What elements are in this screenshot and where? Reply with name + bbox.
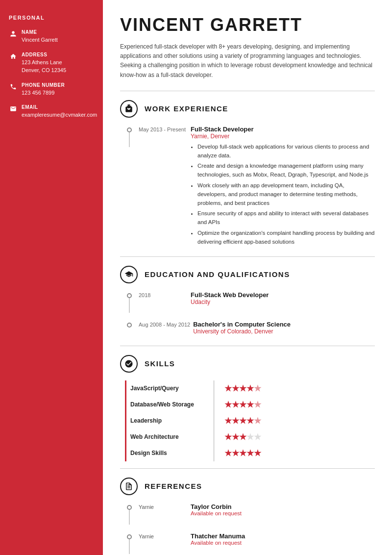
skill-row-4: Design Skills ★★★★★ [126,445,375,461]
main-content: VINCENT GARRETT Experienced full-stack d… [103,0,392,555]
ref-name-0: Taylor Corbin [191,503,375,510]
skill-name-3: Web Architecture [126,429,214,445]
skill-stars-4: ★★★★★ [214,445,375,461]
work-timeline: May 2013 - Present Full-Stack Developer … [120,126,375,249]
education-timeline: 2018 Full-Stack Web Developer Udacity Au… [120,291,375,338]
resume-summary: Experienced full-stack developer with 8+… [120,42,375,80]
resume-container: PERSONAL Name Vincent Garrett Address 12… [0,0,392,555]
skill-stars-0: ★★★★★ [214,380,375,397]
divider-education [120,256,375,257]
email-icon [9,105,18,112]
skills-table: JavaScript/Query ★★★★★ Database/Web Stor… [125,380,375,461]
skill-row-2: Leadership ★★★★★ [126,413,375,429]
work-company-0: Yarnie, Denver [191,133,375,140]
ref-avail-1: Available on request [191,540,375,546]
sidebar-item-address: Address 123 Athens LaneDenver, CO 12345 [9,52,94,75]
edu-date-1: Aug 2008 - May 2012 [134,321,190,328]
ref-name-1: Thatcher Manuma [191,532,375,540]
skills-container: JavaScript/Query ★★★★★ Database/Web Stor… [120,380,375,461]
bullet-1: Create and design a knowledge management… [197,162,375,179]
edu-title-0: Full-Stack Web Developer [191,291,375,299]
home-icon [9,53,18,60]
divider-work [120,91,375,91]
timeline-dot [127,323,132,328]
skills-icon [120,355,138,373]
address-label: Address [22,52,66,57]
phone-value: 123 456 7899 [22,89,65,97]
divider-references [120,468,375,469]
work-section-header: WORK EXPERIENCE [120,100,375,118]
work-bullets-0: Develop full-stack web applications for … [197,143,375,247]
edu-company-0: Udacity [191,299,375,305]
email-label: Email [22,104,97,110]
timeline-line [129,132,130,147]
timeline-line [129,298,130,313]
name-label: Name [22,29,58,35]
skill-row-1: Database/Web Storage ★★★★★ [126,397,375,413]
skill-row-0: JavaScript/Query ★★★★★ [126,380,375,397]
bullet-0: Develop full-stack web applications for … [197,143,375,160]
sidebar-item-email: Email exampleresume@cvmaker.com [9,104,94,119]
edu-title-1: Bachelor's in Computer Science [193,321,375,328]
skills-section-title: SKILLS [145,359,175,368]
resume-name: VINCENT GARRETT [120,15,375,35]
sidebar-section-title: PERSONAL [9,15,94,21]
phone-label: Phone number [22,82,65,88]
bullet-2: Work closely with an app development tea… [197,181,375,207]
skill-stars-2: ★★★★★ [214,413,375,429]
ref-avail-0: Available on request [191,510,375,516]
divider-skills [120,346,375,346]
edu-entry-1: Aug 2008 - May 2012 Bachelor's in Comput… [125,321,375,338]
work-date-0: May 2013 - Present [134,126,188,132]
skill-name-4: Design Skills [126,445,214,461]
timeline-line [129,539,130,554]
phone-icon [9,83,18,90]
ref-entry-1: Yarnie Thatcher Manuma Available on requ… [125,532,375,554]
work-icon [120,100,138,118]
skill-stars-1: ★★★★★ [214,397,375,413]
references-section-header: REFERENCES [120,478,375,495]
bullet-4: Optimize the organization's complaint ha… [197,229,375,247]
skill-stars-3: ★★★★★ [214,429,375,445]
sidebar-item-phone: Phone number 123 456 7899 [9,82,94,97]
address-value: 123 Athens LaneDenver, CO 12345 [22,58,66,75]
ref-entry-0: Yarnie Taylor Corbin Available on reques… [125,503,375,525]
email-value: exampleresume@cvmaker.com [22,111,97,119]
skill-name-0: JavaScript/Query [126,380,214,397]
edu-entry-0: 2018 Full-Stack Web Developer Udacity [125,291,375,313]
name-value: Vincent Garrett [22,36,58,44]
work-title-0: Full-Stack Developer [191,126,375,133]
education-section-title: EDUCATION AND QUALIFICATIONS [145,270,290,278]
timeline-line [129,510,130,525]
references-timeline: Yarnie Taylor Corbin Available on reques… [120,503,375,555]
education-section-header: EDUCATION AND QUALIFICATIONS [120,266,375,283]
skill-name-1: Database/Web Storage [126,397,214,413]
sidebar-item-name: Name Vincent Garrett [9,29,94,44]
timeline-dot [127,534,132,539]
edu-company-1: University of Colorado, Denver [193,328,375,335]
references-icon [120,478,138,495]
skills-section-header: SKILLS [120,355,375,373]
timeline-dot [127,505,132,510]
education-icon [120,266,138,283]
timeline-dot [127,127,132,132]
sidebar: PERSONAL Name Vincent Garrett Address 12… [0,0,103,555]
bullet-3: Ensure security of apps and ability to i… [197,209,375,227]
edu-date-0: 2018 [134,291,188,298]
work-entry-0: May 2013 - Present Full-Stack Developer … [125,126,375,249]
work-section-title: WORK EXPERIENCE [145,104,228,113]
person-icon [9,30,18,37]
skill-row-3: Web Architecture ★★★★★ [126,429,375,445]
ref-org-0: Yarnie [134,503,188,510]
skill-name-2: Leadership [126,413,214,429]
references-section-title: REFERENCES [145,482,202,490]
ref-org-1: Yarnie [134,532,188,539]
timeline-dot [127,293,132,298]
